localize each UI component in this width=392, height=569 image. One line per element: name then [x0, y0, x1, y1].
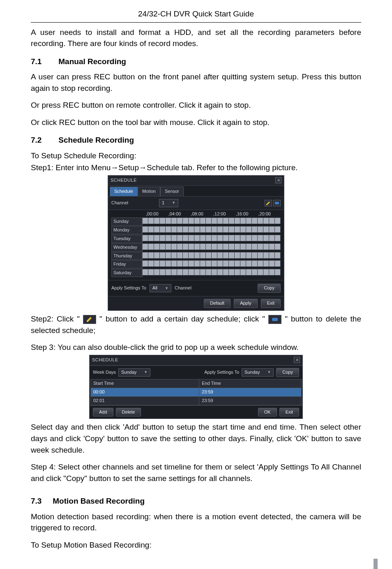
grid-cell[interactable] — [171, 217, 177, 224]
grid-cell[interactable] — [246, 252, 252, 259]
grid-cell[interactable] — [263, 235, 269, 241]
day-grid[interactable] — [142, 260, 281, 268]
grid-cell[interactable] — [246, 269, 252, 275]
grid-cell[interactable] — [240, 252, 246, 259]
grid-cell[interactable] — [235, 217, 240, 224]
copy-button[interactable]: Copy — [258, 284, 281, 293]
grid-cell[interactable] — [229, 252, 235, 259]
grid-cell[interactable] — [200, 243, 206, 250]
grid-cell[interactable] — [160, 235, 166, 241]
grid-cell[interactable] — [240, 269, 246, 275]
grid-cell[interactable] — [206, 217, 212, 224]
grid-cell[interactable] — [200, 260, 206, 267]
grid-cell[interactable] — [143, 252, 148, 259]
day-grid[interactable] — [142, 217, 281, 226]
grid-cell[interactable] — [189, 243, 194, 250]
grid-cell[interactable] — [154, 252, 160, 259]
grid-cell[interactable] — [148, 252, 154, 259]
grid-cell[interactable] — [194, 252, 200, 259]
grid-cell[interactable] — [275, 269, 281, 275]
grid-cell[interactable] — [160, 252, 166, 259]
grid-cell[interactable] — [212, 269, 217, 275]
grid-cell[interactable] — [240, 243, 246, 250]
grid-cell[interactable] — [166, 260, 171, 267]
grid-cell[interactable] — [217, 260, 223, 267]
grid-cell[interactable] — [275, 217, 281, 224]
grid-cell[interactable] — [166, 226, 171, 233]
grid-cell[interactable] — [269, 252, 275, 259]
grid-cell[interactable] — [252, 226, 258, 233]
grid-cell[interactable] — [212, 217, 217, 224]
grid-cell[interactable] — [143, 243, 148, 250]
grid-cell[interactable] — [263, 217, 269, 224]
grid-cell[interactable] — [160, 269, 166, 275]
grid-cell[interactable] — [217, 226, 223, 233]
grid-cell[interactable] — [235, 235, 240, 241]
delete-button[interactable]: Delete — [116, 408, 141, 417]
grid-cell[interactable] — [223, 226, 229, 233]
grid-cell[interactable] — [143, 235, 148, 241]
grid-cell[interactable] — [171, 243, 177, 250]
grid-cell[interactable] — [229, 243, 235, 250]
grid-cell[interactable] — [240, 260, 246, 267]
grid-cell[interactable] — [217, 269, 223, 275]
grid-cell[interactable] — [223, 252, 229, 259]
grid-cell[interactable] — [275, 226, 281, 233]
grid-cell[interactable] — [217, 243, 223, 250]
grid-cell[interactable] — [189, 260, 194, 267]
close-icon[interactable]: ✕ — [294, 357, 300, 363]
grid-cell[interactable] — [246, 226, 252, 233]
grid-cell[interactable] — [275, 235, 281, 241]
grid-cell[interactable] — [206, 235, 212, 241]
tab-motion[interactable]: Motion — [138, 187, 160, 196]
grid-cell[interactable] — [160, 217, 166, 224]
grid-cell[interactable] — [148, 243, 154, 250]
grid-cell[interactable] — [235, 243, 240, 250]
grid-cell[interactable] — [200, 217, 206, 224]
grid-cell[interactable] — [154, 269, 160, 275]
grid-cell[interactable] — [263, 260, 269, 267]
grid-cell[interactable] — [258, 252, 263, 259]
grid-cell[interactable] — [166, 243, 171, 250]
grid-cell[interactable] — [160, 226, 166, 233]
grid-cell[interactable] — [269, 235, 275, 241]
grid-cell[interactable] — [183, 235, 189, 241]
grid-cell[interactable] — [275, 243, 281, 250]
grid-cell[interactable] — [258, 235, 263, 241]
grid-cell[interactable] — [183, 243, 189, 250]
grid-cell[interactable] — [258, 260, 263, 267]
tab-schedule[interactable]: Schedule — [110, 187, 138, 196]
grid-cell[interactable] — [258, 269, 263, 275]
grid-cell[interactable] — [252, 260, 258, 267]
grid-cell[interactable] — [263, 243, 269, 250]
grid-cell[interactable] — [235, 252, 240, 259]
grid-cell[interactable] — [212, 252, 217, 259]
grid-cell[interactable] — [212, 243, 217, 250]
pencil-icon[interactable] — [265, 200, 272, 206]
grid-cell[interactable] — [217, 252, 223, 259]
grid-cell[interactable] — [143, 226, 148, 233]
grid-cell[interactable] — [246, 243, 252, 250]
grid-cell[interactable] — [200, 269, 206, 275]
grid-cell[interactable] — [246, 217, 252, 224]
grid-cell[interactable] — [200, 226, 206, 233]
grid-cell[interactable] — [148, 260, 154, 267]
grid-cell[interactable] — [252, 235, 258, 241]
week-exit-button[interactable]: Exit — [279, 408, 299, 417]
grid-cell[interactable] — [229, 226, 235, 233]
grid-cell[interactable] — [206, 269, 212, 275]
grid-cell[interactable] — [240, 235, 246, 241]
grid-cell[interactable] — [143, 217, 148, 224]
day-grid[interactable] — [142, 235, 281, 243]
grid-cell[interactable] — [183, 269, 189, 275]
grid-cell[interactable] — [275, 260, 281, 267]
table-row[interactable]: 00:00 23:59 — [91, 388, 302, 396]
grid-cell[interactable] — [148, 269, 154, 275]
grid-cell[interactable] — [252, 252, 258, 259]
table-row[interactable]: 02:01 23:59 — [91, 396, 302, 405]
grid-cell[interactable] — [194, 260, 200, 267]
grid-cell[interactable] — [166, 235, 171, 241]
grid-cell[interactable] — [171, 252, 177, 259]
grid-cell[interactable] — [171, 269, 177, 275]
grid-cell[interactable] — [240, 226, 246, 233]
